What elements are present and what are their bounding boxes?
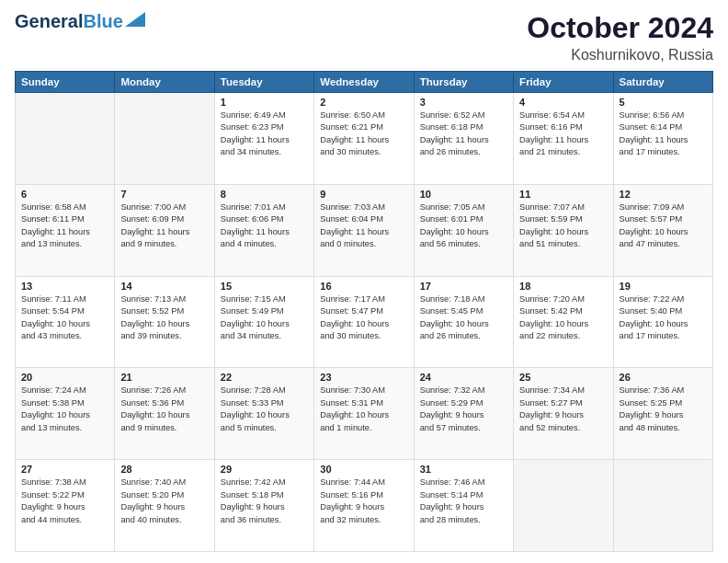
day-number: 1 — [221, 97, 308, 108]
calendar-week-4: 20Sunrise: 7:24 AM Sunset: 5:38 PM Dayli… — [16, 368, 713, 460]
table-row: 25Sunrise: 7:34 AM Sunset: 5:27 PM Dayli… — [514, 368, 613, 460]
day-number: 13 — [21, 281, 108, 292]
day-detail: Sunrise: 7:03 AM Sunset: 6:04 PM Dayligh… — [320, 201, 407, 251]
table-row: 27Sunrise: 7:38 AM Sunset: 5:22 PM Dayli… — [16, 460, 115, 552]
day-detail: Sunrise: 7:13 AM Sunset: 5:52 PM Dayligh… — [120, 293, 208, 343]
day-detail: Sunrise: 7:01 AM Sunset: 6:06 PM Dayligh… — [221, 201, 308, 251]
table-row: 5Sunrise: 6:56 AM Sunset: 6:14 PM Daylig… — [613, 93, 712, 185]
day-detail: Sunrise: 7:24 AM Sunset: 5:38 PM Dayligh… — [21, 385, 108, 434]
day-number: 6 — [21, 189, 108, 200]
day-number: 11 — [519, 189, 607, 200]
table-row: 7Sunrise: 7:00 AM Sunset: 6:09 PM Daylig… — [115, 184, 214, 276]
table-row: 13Sunrise: 7:11 AM Sunset: 5:54 PM Dayli… — [16, 276, 115, 368]
header-sunday: Sunday — [16, 72, 115, 93]
table-row — [16, 93, 115, 185]
logo-blue-text: Blue — [83, 11, 122, 31]
day-number: 7 — [120, 189, 208, 200]
table-row: 23Sunrise: 7:30 AM Sunset: 5:31 PM Dayli… — [314, 368, 414, 460]
day-number: 27 — [21, 464, 108, 475]
day-number: 2 — [320, 97, 407, 108]
day-number: 21 — [120, 372, 208, 383]
table-row: 14Sunrise: 7:13 AM Sunset: 5:52 PM Dayli… — [115, 276, 214, 368]
svg-marker-0 — [125, 12, 145, 27]
table-row: 30Sunrise: 7:44 AM Sunset: 5:16 PM Dayli… — [314, 460, 414, 552]
table-row: 22Sunrise: 7:28 AM Sunset: 5:33 PM Dayli… — [214, 368, 313, 460]
calendar-week-5: 27Sunrise: 7:38 AM Sunset: 5:22 PM Dayli… — [16, 460, 713, 552]
table-row: 2Sunrise: 6:50 AM Sunset: 6:21 PM Daylig… — [314, 93, 414, 185]
table-row: 21Sunrise: 7:26 AM Sunset: 5:36 PM Dayli… — [115, 368, 214, 460]
day-detail: Sunrise: 6:50 AM Sunset: 6:21 PM Dayligh… — [320, 109, 407, 159]
table-row: 26Sunrise: 7:36 AM Sunset: 5:25 PM Dayli… — [613, 368, 712, 460]
day-number: 16 — [320, 281, 407, 292]
table-row: 6Sunrise: 6:58 AM Sunset: 6:11 PM Daylig… — [16, 184, 115, 276]
day-number: 15 — [221, 281, 308, 292]
table-row — [115, 93, 214, 185]
day-detail: Sunrise: 7:46 AM Sunset: 5:14 PM Dayligh… — [420, 477, 507, 526]
table-row: 8Sunrise: 7:01 AM Sunset: 6:06 PM Daylig… — [214, 184, 313, 276]
day-detail: Sunrise: 7:15 AM Sunset: 5:49 PM Dayligh… — [221, 293, 308, 343]
day-number: 29 — [221, 464, 308, 475]
table-row: 28Sunrise: 7:40 AM Sunset: 5:20 PM Dayli… — [115, 460, 214, 552]
table-row: 9Sunrise: 7:03 AM Sunset: 6:04 PM Daylig… — [314, 184, 414, 276]
day-detail: Sunrise: 6:49 AM Sunset: 6:23 PM Dayligh… — [221, 109, 308, 159]
calendar-week-2: 6Sunrise: 6:58 AM Sunset: 6:11 PM Daylig… — [16, 184, 713, 276]
day-detail: Sunrise: 7:17 AM Sunset: 5:47 PM Dayligh… — [320, 293, 407, 343]
header-friday: Friday — [514, 72, 613, 93]
day-detail: Sunrise: 6:58 AM Sunset: 6:11 PM Dayligh… — [21, 201, 108, 251]
day-number: 30 — [320, 464, 407, 475]
logo: GeneralBlue — [15, 11, 145, 32]
table-row: 31Sunrise: 7:46 AM Sunset: 5:14 PM Dayli… — [414, 460, 513, 552]
table-row: 3Sunrise: 6:52 AM Sunset: 6:18 PM Daylig… — [414, 93, 513, 185]
day-detail: Sunrise: 7:32 AM Sunset: 5:29 PM Dayligh… — [420, 385, 507, 434]
header-thursday: Thursday — [414, 72, 513, 93]
day-detail: Sunrise: 7:20 AM Sunset: 5:42 PM Dayligh… — [519, 293, 607, 343]
day-detail: Sunrise: 7:30 AM Sunset: 5:31 PM Dayligh… — [320, 385, 407, 434]
day-number: 10 — [420, 189, 507, 200]
day-detail: Sunrise: 7:22 AM Sunset: 5:40 PM Dayligh… — [620, 293, 707, 343]
calendar-header-row: Sunday Monday Tuesday Wednesday Thursday… — [16, 72, 713, 93]
table-row — [613, 460, 712, 552]
day-detail: Sunrise: 7:09 AM Sunset: 5:57 PM Dayligh… — [620, 201, 707, 251]
day-number: 25 — [519, 372, 607, 383]
table-row: 4Sunrise: 6:54 AM Sunset: 6:16 PM Daylig… — [514, 93, 613, 185]
day-number: 12 — [620, 189, 707, 200]
header: GeneralBlue October 2024 Koshurnikovo, R… — [15, 11, 713, 63]
logo-general: GeneralBlue — [15, 11, 123, 32]
day-detail: Sunrise: 7:34 AM Sunset: 5:27 PM Dayligh… — [519, 385, 607, 434]
month-title: October 2024 — [527, 11, 713, 45]
location: Koshurnikovo, Russia — [527, 47, 713, 63]
day-detail: Sunrise: 7:11 AM Sunset: 5:54 PM Dayligh… — [21, 293, 108, 343]
day-detail: Sunrise: 7:05 AM Sunset: 6:01 PM Dayligh… — [420, 201, 507, 251]
day-detail: Sunrise: 7:40 AM Sunset: 5:20 PM Dayligh… — [120, 477, 208, 526]
day-detail: Sunrise: 7:42 AM Sunset: 5:18 PM Dayligh… — [221, 477, 308, 526]
table-row: 11Sunrise: 7:07 AM Sunset: 5:59 PM Dayli… — [514, 184, 613, 276]
day-number: 23 — [320, 372, 407, 383]
day-number: 18 — [519, 281, 607, 292]
day-number: 14 — [120, 281, 208, 292]
day-number: 9 — [320, 189, 407, 200]
header-saturday: Saturday — [613, 72, 712, 93]
table-row: 29Sunrise: 7:42 AM Sunset: 5:18 PM Dayli… — [214, 460, 313, 552]
table-row: 17Sunrise: 7:18 AM Sunset: 5:45 PM Dayli… — [414, 276, 513, 368]
logo-general-text: General — [15, 11, 83, 31]
day-detail: Sunrise: 7:00 AM Sunset: 6:09 PM Dayligh… — [120, 201, 208, 251]
table-row: 20Sunrise: 7:24 AM Sunset: 5:38 PM Dayli… — [16, 368, 115, 460]
day-number: 3 — [420, 97, 507, 108]
logo-icon — [125, 12, 145, 27]
day-number: 28 — [120, 464, 208, 475]
day-number: 17 — [420, 281, 507, 292]
day-number: 22 — [221, 372, 308, 383]
table-row: 16Sunrise: 7:17 AM Sunset: 5:47 PM Dayli… — [314, 276, 414, 368]
table-row: 18Sunrise: 7:20 AM Sunset: 5:42 PM Dayli… — [514, 276, 613, 368]
day-detail: Sunrise: 7:36 AM Sunset: 5:25 PM Dayligh… — [620, 385, 707, 434]
table-row — [514, 460, 613, 552]
calendar-table: Sunday Monday Tuesday Wednesday Thursday… — [15, 71, 713, 552]
table-row: 15Sunrise: 7:15 AM Sunset: 5:49 PM Dayli… — [214, 276, 313, 368]
day-number: 24 — [420, 372, 507, 383]
day-detail: Sunrise: 7:28 AM Sunset: 5:33 PM Dayligh… — [221, 385, 308, 434]
page: GeneralBlue October 2024 Koshurnikovo, R… — [0, 0, 728, 563]
table-row: 19Sunrise: 7:22 AM Sunset: 5:40 PM Dayli… — [613, 276, 712, 368]
table-row: 10Sunrise: 7:05 AM Sunset: 6:01 PM Dayli… — [414, 184, 513, 276]
title-block: October 2024 Koshurnikovo, Russia — [527, 11, 713, 63]
table-row: 24Sunrise: 7:32 AM Sunset: 5:29 PM Dayli… — [414, 368, 513, 460]
